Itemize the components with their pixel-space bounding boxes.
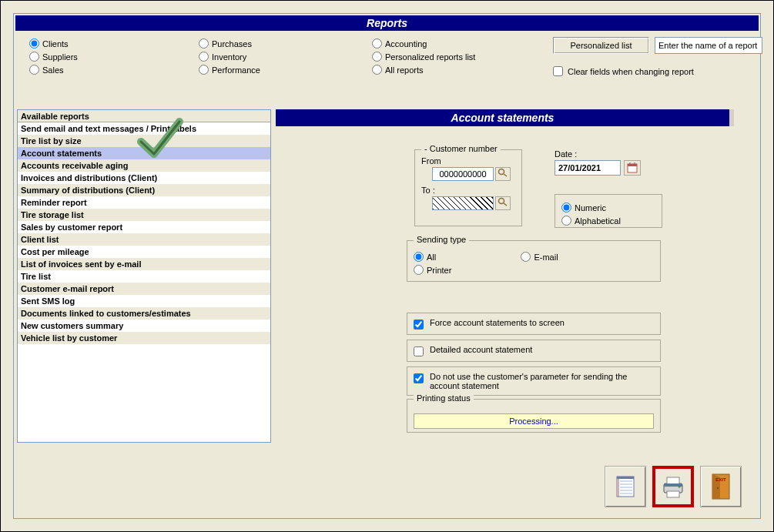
radio-inventory[interactable] bbox=[199, 52, 209, 62]
label-sales: Sales bbox=[42, 65, 64, 75]
to-label: To : bbox=[421, 186, 515, 195]
available-item[interactable]: Sales by customer report bbox=[18, 221, 270, 233]
printing-legend: Printing status bbox=[414, 393, 474, 403]
category-col-1: Clients Suppliers Sales bbox=[29, 37, 78, 76]
checkbox-nouse-param[interactable] bbox=[414, 373, 424, 383]
label-personalized-list: Personalized reports list bbox=[385, 52, 475, 62]
available-item[interactable]: Summary of distributions (Client) bbox=[18, 184, 270, 196]
radio-numeric[interactable] bbox=[561, 202, 571, 212]
label-detailed: Detailed account statement bbox=[430, 345, 532, 354]
radio-send-all[interactable] bbox=[414, 252, 424, 262]
svg-text:EXIT: EXIT bbox=[715, 477, 726, 482]
available-item[interactable]: Customer e-mail report bbox=[18, 283, 270, 295]
calendar-button[interactable] bbox=[624, 160, 641, 176]
radio-purchases[interactable] bbox=[199, 38, 209, 49]
available-item[interactable]: New customers summary bbox=[18, 320, 270, 332]
available-item[interactable]: Vehicle list by customer bbox=[18, 332, 270, 344]
available-item[interactable]: List of invoices sent by e-mail bbox=[18, 258, 270, 270]
radio-all-reports[interactable] bbox=[372, 65, 382, 75]
clear-fields-label: Clear fields when changing report bbox=[568, 67, 694, 76]
available-item[interactable]: Tire storage list bbox=[18, 209, 270, 221]
svg-rect-15 bbox=[617, 477, 634, 479]
from-lookup-button[interactable] bbox=[495, 167, 511, 181]
from-input[interactable] bbox=[432, 167, 494, 181]
personalized-list-button[interactable]: Personalized list bbox=[553, 37, 649, 54]
available-item[interactable]: Account statements bbox=[18, 147, 270, 159]
sending-legend: Sending type bbox=[414, 235, 469, 244]
radio-sales[interactable] bbox=[29, 65, 39, 75]
date-label: Date : bbox=[555, 149, 662, 159]
exit-button[interactable]: EXIT bbox=[700, 466, 742, 507]
checkbox-force-screen[interactable] bbox=[414, 320, 424, 330]
radio-personalized-list[interactable] bbox=[372, 52, 382, 62]
opt-detailed-row: Detailed account statement bbox=[407, 340, 661, 362]
opt-nouse-row: Do not use the customer's parameter for … bbox=[407, 366, 661, 396]
clear-fields-checkbox[interactable] bbox=[553, 66, 563, 76]
notepad-icon bbox=[612, 473, 638, 500]
available-reports-list[interactable]: Available reports Send email and text me… bbox=[17, 109, 271, 443]
available-item[interactable]: Documents linked to customers/estimates bbox=[18, 307, 270, 320]
to-input[interactable] bbox=[432, 196, 494, 210]
category-row: Clients Suppliers Sales Purchases Invent… bbox=[22, 35, 752, 89]
from-label: From bbox=[421, 156, 515, 166]
available-item[interactable]: Tire list bbox=[18, 270, 270, 283]
opt-force-row: Force account statements to screen bbox=[407, 313, 661, 335]
available-item[interactable]: Client list bbox=[18, 233, 270, 246]
clear-fields-row: Clear fields when changing report bbox=[553, 66, 694, 76]
available-item[interactable]: Cost per mileage bbox=[18, 246, 270, 258]
radio-performance[interactable] bbox=[199, 65, 209, 75]
svg-rect-18 bbox=[667, 491, 679, 497]
printer-icon bbox=[659, 473, 687, 500]
customer-legend: - Customer number bbox=[421, 144, 501, 153]
group-sort: Numeric Alphabetical bbox=[555, 194, 662, 228]
group-sending-type: Sending type All Printer E-mail bbox=[407, 240, 661, 282]
label-nouse-param: Do not use the customer's parameter for … bbox=[430, 372, 654, 390]
group-customer-number: - Customer number From To : bbox=[414, 149, 522, 226]
label-send-printer: Printer bbox=[427, 266, 451, 275]
label-send-all: All bbox=[427, 253, 436, 262]
radio-accounting[interactable] bbox=[372, 38, 382, 49]
label-performance: Performance bbox=[212, 65, 260, 75]
svg-point-24 bbox=[717, 487, 719, 489]
svg-point-2 bbox=[499, 199, 504, 204]
label-all-reports: All reports bbox=[385, 65, 424, 75]
date-input[interactable] bbox=[555, 160, 621, 176]
print-button[interactable] bbox=[652, 466, 694, 507]
detail-area: Account statements - Customer number Fro… bbox=[276, 109, 757, 515]
label-accounting: Accounting bbox=[385, 39, 427, 49]
category-col-2: Purchases Inventory Performance bbox=[199, 37, 260, 76]
available-item[interactable]: Invoices and distributions (Client) bbox=[18, 172, 270, 184]
options-block: Force account statements to screen Detai… bbox=[407, 313, 661, 400]
available-item[interactable]: Reminder report bbox=[18, 196, 270, 209]
label-clients: Clients bbox=[42, 39, 69, 49]
svg-line-3 bbox=[504, 203, 507, 206]
label-inventory: Inventory bbox=[212, 52, 246, 62]
title-bar: Reports bbox=[15, 15, 759, 31]
to-lookup-button[interactable] bbox=[495, 196, 511, 210]
checkbox-detailed[interactable] bbox=[414, 346, 424, 356]
action-buttons: EXIT bbox=[605, 466, 742, 507]
available-item[interactable]: Tire list by size bbox=[18, 135, 270, 147]
label-force-screen: Force account statements to screen bbox=[430, 318, 565, 327]
group-date: Date : bbox=[555, 149, 662, 176]
exit-door-icon: EXIT bbox=[709, 473, 732, 500]
available-item[interactable]: Accounts receivable aging bbox=[18, 159, 270, 172]
available-item[interactable]: Sent SMS log bbox=[18, 295, 270, 307]
radio-send-email[interactable] bbox=[521, 252, 531, 262]
category-col-3: Accounting Personalized reports list All… bbox=[372, 37, 475, 76]
svg-line-1 bbox=[504, 174, 507, 176]
label-numeric: Numeric bbox=[575, 203, 606, 212]
radio-suppliers[interactable] bbox=[29, 52, 39, 62]
label-alphabetical: Alphabetical bbox=[575, 216, 621, 226]
label-purchases: Purchases bbox=[212, 39, 252, 49]
radio-alphabetical[interactable] bbox=[561, 216, 571, 226]
search-report-input[interactable] bbox=[655, 37, 762, 54]
available-header: Available reports bbox=[18, 110, 270, 122]
label-send-email: E-mail bbox=[534, 253, 558, 262]
radio-clients[interactable] bbox=[29, 38, 39, 49]
reports-panel: Reports Clients Suppliers Sales Purchase… bbox=[13, 13, 761, 519]
notes-button[interactable] bbox=[605, 466, 646, 507]
radio-send-printer[interactable] bbox=[414, 265, 424, 275]
processing-status: Processing... bbox=[414, 413, 654, 429]
available-item[interactable]: Send email and text messages / Print lab… bbox=[18, 122, 270, 135]
